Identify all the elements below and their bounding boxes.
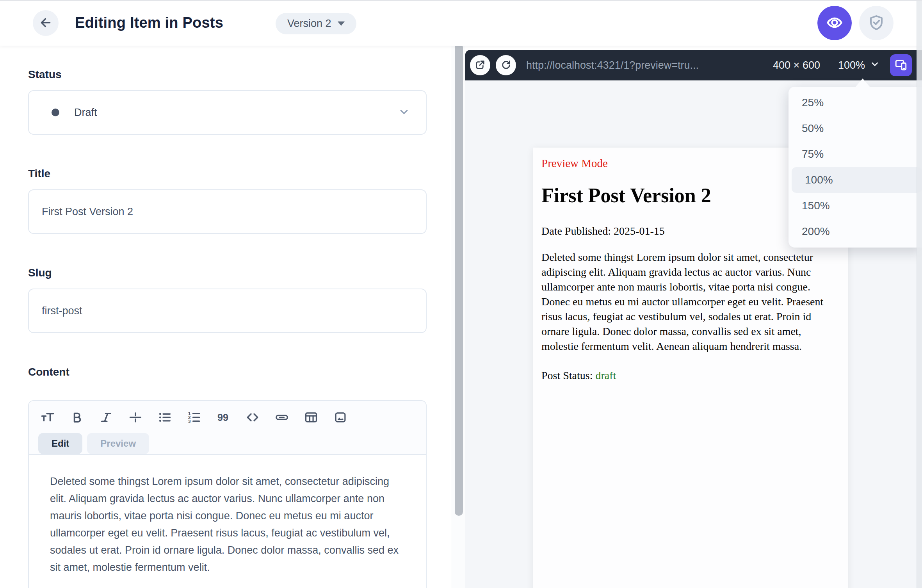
panel-scrollbar [452, 46, 465, 588]
link-icon [274, 410, 289, 425]
zoom-option-100[interactable]: 100% [792, 167, 922, 193]
zoom-menu: 25% 50% 75% 100% 150% 200% [789, 87, 922, 248]
open-in-new-button[interactable] [470, 55, 490, 75]
blockquote-button[interactable]: 99 [214, 407, 233, 428]
status-select[interactable]: Draft [28, 90, 427, 135]
chevron-down-icon [398, 105, 410, 119]
device-toggle-icon [894, 58, 908, 73]
zoom-level-value: 100% [838, 59, 865, 71]
svg-text:3: 3 [188, 419, 191, 424]
blockquote-icon: 99 [216, 410, 231, 425]
refresh-icon [500, 59, 512, 72]
strikethrough-button[interactable] [126, 407, 145, 428]
slug-field: Slug [28, 267, 427, 333]
preview-body-text: Deleted some thingst Lorem ipsum dolor s… [541, 250, 840, 354]
rich-text-editor: 1 2 3 99 [28, 400, 427, 588]
chevron-down-icon [870, 59, 880, 72]
app-header: Editing Item in Posts Version 2 [0, 0, 922, 46]
validate-button[interactable] [859, 6, 894, 40]
preview-post-status: Post Status: draft [541, 369, 840, 382]
text-size-icon [40, 410, 55, 425]
numbered-list-button[interactable]: 1 2 3 [185, 407, 203, 428]
bulleted-list-icon [157, 410, 172, 425]
preview-browser-toolbar: http://localhost:4321/1?preview=tru... 4… [465, 50, 922, 80]
content-label: Content [28, 366, 427, 378]
status-value: Draft [74, 107, 97, 119]
numbered-list-icon: 1 2 3 [187, 410, 201, 425]
editor-textarea[interactable]: Deleted some thingst Lorem ipsum dolor s… [29, 455, 423, 588]
code-icon [245, 410, 260, 425]
preview-url[interactable]: http://localhost:4321/1?preview=tru... [526, 59, 765, 71]
version-label: Version 2 [287, 18, 331, 30]
title-input[interactable] [28, 189, 427, 234]
zoom-option-25[interactable]: 25% [789, 90, 922, 116]
link-button[interactable] [272, 407, 291, 428]
bold-icon [69, 410, 84, 425]
back-button[interactable] [33, 10, 59, 36]
image-button[interactable] [331, 407, 350, 428]
back-arrow-icon [39, 16, 53, 31]
zoom-option-50[interactable]: 50% [789, 116, 922, 141]
shield-check-icon [867, 13, 886, 33]
slug-input[interactable] [28, 289, 427, 333]
table-icon [304, 410, 319, 425]
zoom-level-dropdown[interactable]: 100% [838, 59, 880, 72]
status-label: Status [28, 68, 427, 81]
editor-toolbar: 1 2 3 99 [29, 401, 426, 455]
code-button[interactable] [243, 407, 262, 428]
eye-icon [825, 13, 844, 33]
refresh-button[interactable] [496, 55, 516, 75]
dropdown-caret [856, 78, 870, 87]
italic-icon [99, 410, 114, 425]
window-top-edge [0, 0, 922, 1]
zoom-option-150[interactable]: 150% [789, 193, 922, 219]
open-in-new-icon [474, 59, 486, 72]
tab-edit[interactable]: Edit [38, 433, 82, 454]
scrollbar-thumb[interactable] [455, 43, 463, 516]
version-selector[interactable]: Version 2 [276, 13, 356, 34]
preview-toggle-button[interactable] [817, 6, 852, 40]
status-dot-icon [52, 109, 59, 116]
title-label: Title [28, 167, 427, 180]
page-title: Editing Item in Posts [75, 0, 223, 46]
italic-button[interactable] [97, 407, 116, 428]
zoom-option-75[interactable]: 75% [789, 141, 922, 167]
page-scrollbar[interactable] [917, 0, 922, 588]
content-field: Content [28, 366, 427, 588]
device-toggle-button[interactable] [890, 54, 912, 76]
tab-preview[interactable]: Preview [87, 433, 149, 454]
svg-text:99: 99 [217, 412, 228, 423]
image-icon [333, 410, 348, 425]
table-button[interactable] [302, 407, 320, 428]
status-field: Status Draft [28, 68, 427, 135]
strikethrough-icon [128, 410, 143, 425]
editor-tabs: Edit Preview [38, 433, 417, 454]
bold-button[interactable] [68, 407, 86, 428]
slug-label: Slug [28, 267, 427, 279]
zoom-option-200[interactable]: 200% [789, 219, 922, 244]
caret-down-icon [338, 21, 345, 26]
edit-form-panel: Status Draft Title Slug Content [0, 46, 452, 588]
bulleted-list-button[interactable] [155, 407, 174, 428]
title-field: Title [28, 167, 427, 234]
viewport-dimensions: 400 × 600 [773, 59, 820, 71]
text-size-button[interactable] [38, 407, 57, 428]
post-status-label: Post Status: [541, 369, 595, 381]
post-status-value: draft [595, 369, 616, 381]
